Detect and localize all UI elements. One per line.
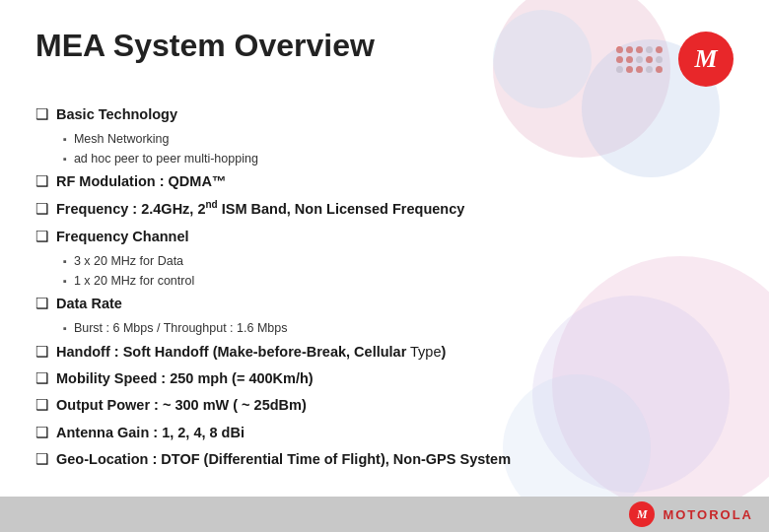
dot xyxy=(626,56,633,63)
sub-item-burst: ▪ Burst : 6 Mbps / Throughput : 1.6 Mbps xyxy=(63,320,734,338)
dot xyxy=(616,66,623,73)
sub-list-data-rate: ▪ Burst : 6 Mbps / Throughput : 1.6 Mbps xyxy=(63,320,734,338)
dots-row-3 xyxy=(616,66,663,73)
bullet-icon: ❑ xyxy=(35,343,48,361)
dot xyxy=(656,66,663,73)
sub-list-basic-technology: ▪ Mesh Networking ▪ ad hoc peer to peer … xyxy=(63,131,734,167)
bullet-icon: ❑ xyxy=(35,228,48,245)
sub-list-frequency-channel: ▪ 3 x 20 MHz for Data ▪ 1 x 20 MHz for c… xyxy=(63,253,734,290)
header-right: M xyxy=(616,32,734,87)
content-area: ❑ Basic Technology ▪ Mesh Networking ▪ a… xyxy=(35,104,734,469)
sub-text-mesh-networking: Mesh Networking xyxy=(74,131,170,149)
header: MEA System Overview xyxy=(35,28,734,87)
dot xyxy=(636,46,643,53)
dot xyxy=(636,66,643,73)
bullet-icon: ❑ xyxy=(35,450,48,468)
dot xyxy=(626,46,633,53)
item-text-basic-technology: Basic Technology xyxy=(56,104,177,124)
sub-text-data-freq: 3 x 20 MHz for Data xyxy=(74,253,183,271)
bullet-icon: ❑ xyxy=(35,369,48,387)
list-item-frequency: ❑ Frequency : 2.4GHz, 2nd ISM Band, Non … xyxy=(35,199,734,220)
item-text-data-rate: Data Rate xyxy=(56,294,122,313)
item-text-geo-location: Geo-Location : DTOF (Differential Time o… xyxy=(56,449,511,469)
dot xyxy=(646,66,653,73)
sub-bullet-icon: ▪ xyxy=(63,153,67,165)
dot xyxy=(656,56,663,63)
dots-row-2 xyxy=(616,56,663,63)
sub-text-adhoc: ad hoc peer to peer multi-hopping xyxy=(74,151,258,168)
sub-item-control-freq: ▪ 1 x 20 MHz for control xyxy=(63,273,734,291)
footer-motorola-letter: M xyxy=(637,507,648,522)
sub-text-burst: Burst : 6 Mbps / Throughput : 1.6 Mbps xyxy=(74,320,288,338)
bullet-icon: ❑ xyxy=(35,295,48,312)
bullet-icon: ❑ xyxy=(35,424,48,441)
dot xyxy=(626,66,633,73)
list-item-frequency-channel: ❑ Frequency Channel xyxy=(35,227,734,246)
item-text-mobility: Mobility Speed : 250 mph (= 400Km/h) xyxy=(56,368,314,388)
sub-bullet-icon: ▪ xyxy=(63,133,67,145)
dot xyxy=(636,56,643,63)
page-title: MEA System Overview xyxy=(35,28,375,64)
list-item-geo-location: ❑ Geo-Location : DTOF (Differential Time… xyxy=(35,449,734,469)
sub-bullet-icon: ▪ xyxy=(63,255,67,267)
sub-item-data-freq: ▪ 3 x 20 MHz for Data xyxy=(63,253,734,271)
item-text-frequency-channel: Frequency Channel xyxy=(56,227,189,246)
sub-item-adhoc: ▪ ad hoc peer to peer multi-hopping xyxy=(63,151,734,168)
footer-bar: M MOTOROLA xyxy=(0,497,769,532)
bullet-icon: ❑ xyxy=(35,200,48,218)
dot xyxy=(646,46,653,53)
list-item-basic-technology: ❑ Basic Technology xyxy=(35,104,734,124)
sub-item-mesh-networking: ▪ Mesh Networking xyxy=(63,131,734,149)
list-item-mobility: ❑ Mobility Speed : 250 mph (= 400Km/h) xyxy=(35,368,734,388)
motorola-logo: M xyxy=(678,32,734,87)
dots-pattern xyxy=(616,46,663,73)
item-text-antenna-gain: Antenna Gain : 1, 2, 4, 8 dBi xyxy=(56,423,245,442)
bullet-icon: ❑ xyxy=(35,105,48,123)
item-text-rf-modulation: RF Modulation : QDMA™ xyxy=(56,171,226,191)
list-item-output-power: ❑ Output Power : ~ 300 mW ( ~ 25dBm) xyxy=(35,395,734,415)
list-item-rf-modulation: ❑ RF Modulation : QDMA™ xyxy=(35,171,734,191)
dot xyxy=(656,46,663,53)
slide: MEA System Overview xyxy=(0,0,769,532)
bullet-icon: ❑ xyxy=(35,396,48,414)
sub-bullet-icon: ▪ xyxy=(63,275,67,287)
bullet-icon: ❑ xyxy=(35,172,48,190)
item-text-frequency: Frequency : 2.4GHz, 2nd ISM Band, Non Li… xyxy=(56,199,464,220)
dot xyxy=(616,56,623,63)
item-text-handoff: Handoff : Soft Handoff (Make-before-Brea… xyxy=(56,342,446,362)
footer-brand-text: MOTOROLA xyxy=(663,507,753,522)
dot xyxy=(616,46,623,53)
dots-row-1 xyxy=(616,46,663,53)
sub-text-control-freq: 1 x 20 MHz for control xyxy=(74,273,194,291)
footer-motorola-logo: M xyxy=(629,501,655,527)
footer-logo-area: M MOTOROLA xyxy=(629,501,753,527)
item-text-output-power: Output Power : ~ 300 mW ( ~ 25dBm) xyxy=(56,395,307,415)
list-item-data-rate: ❑ Data Rate xyxy=(35,294,734,313)
dot xyxy=(646,56,653,63)
sub-bullet-icon: ▪ xyxy=(63,322,67,334)
motorola-logo-letter: M xyxy=(694,46,717,72)
list-item-handoff: ❑ Handoff : Soft Handoff (Make-before-Br… xyxy=(35,342,734,362)
list-item-antenna-gain: ❑ Antenna Gain : 1, 2, 4, 8 dBi xyxy=(35,423,734,442)
